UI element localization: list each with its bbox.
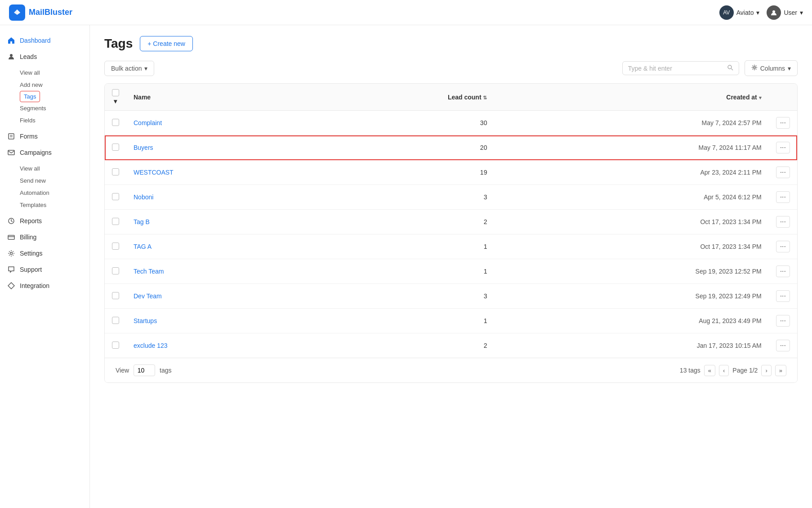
sidebar-item-dashboard[interactable]: Dashboard bbox=[0, 32, 89, 49]
row-name-cell: Tech Team bbox=[126, 259, 311, 284]
sidebar-sub-add-new[interactable]: Add new bbox=[20, 79, 89, 91]
org-switcher[interactable]: AV Aviato ▾ bbox=[719, 5, 760, 20]
columns-chevron-icon: ▾ bbox=[788, 65, 791, 72]
row-actions-button[interactable]: ··· bbox=[776, 166, 790, 178]
row-created-at: Oct 17, 2023 1:34 PM bbox=[494, 210, 768, 234]
table-row: TAG A 1 Oct 17, 2023 1:34 PM ··· bbox=[105, 234, 797, 259]
sidebar-item-billing[interactable]: Billing bbox=[0, 229, 89, 245]
row-actions-button[interactable]: ··· bbox=[776, 315, 790, 327]
sidebar-sub-view-all[interactable]: View all bbox=[20, 67, 89, 79]
th-name[interactable]: Name bbox=[126, 84, 311, 111]
sidebar-item-leads[interactable]: Leads bbox=[0, 49, 89, 65]
sidebar-sub-send-new[interactable]: Send new bbox=[20, 175, 89, 187]
row-checkbox[interactable] bbox=[112, 218, 119, 225]
row-actions-button[interactable]: ··· bbox=[776, 216, 790, 228]
row-checkbox[interactable] bbox=[112, 193, 119, 200]
sidebar: Dashboard Leads View all Add new Tags Se… bbox=[0, 25, 90, 508]
first-page-button[interactable]: « bbox=[704, 365, 715, 376]
row-created-at: Apr 23, 2024 2:11 PM bbox=[494, 160, 768, 185]
last-page-button[interactable]: » bbox=[775, 365, 786, 376]
sidebar-sub-tags[interactable]: Tags bbox=[20, 91, 40, 102]
columns-label: Columns bbox=[760, 65, 785, 72]
row-checkbox[interactable] bbox=[112, 267, 119, 274]
row-checkbox[interactable] bbox=[112, 168, 119, 175]
row-created-at: Aug 21, 2023 4:49 PM bbox=[494, 309, 768, 333]
row-actions-cell: ··· bbox=[769, 309, 797, 333]
row-lead-count: 2 bbox=[311, 333, 494, 358]
logo-icon bbox=[9, 4, 25, 21]
page-size-input[interactable] bbox=[134, 364, 155, 376]
row-checkbox[interactable] bbox=[112, 144, 119, 151]
sidebar-item-reports[interactable]: Reports bbox=[0, 213, 89, 229]
row-created-at: May 7, 2024 11:17 AM bbox=[494, 135, 768, 160]
row-checkbox[interactable] bbox=[112, 342, 119, 349]
row-actions-button[interactable]: ··· bbox=[776, 241, 790, 252]
row-checkbox[interactable] bbox=[112, 317, 119, 324]
row-lead-count: 1 bbox=[311, 259, 494, 284]
tag-name-link[interactable]: WESTCOAST bbox=[134, 169, 174, 176]
row-created-at: Apr 5, 2024 6:12 PM bbox=[494, 185, 768, 210]
row-actions-cell: ··· bbox=[769, 160, 797, 185]
tag-name-link[interactable]: exclude 123 bbox=[134, 342, 168, 349]
row-checkbox[interactable] bbox=[112, 119, 119, 126]
th-lead-count[interactable]: Lead count ⇅ bbox=[311, 84, 494, 111]
page-size-label: tags bbox=[160, 367, 171, 374]
create-new-button[interactable]: + Create new bbox=[140, 36, 193, 51]
table-row: exclude 123 2 Jan 17, 2023 10:15 AM ··· bbox=[105, 333, 797, 358]
tag-name-link[interactable]: Dev Team bbox=[134, 292, 162, 300]
bulk-action-button[interactable]: Bulk action ▾ bbox=[104, 61, 154, 76]
row-checkbox[interactable] bbox=[112, 292, 119, 299]
org-chevron-icon: ▾ bbox=[756, 9, 759, 16]
sidebar-item-integration[interactable]: Integration bbox=[0, 278, 89, 294]
sidebar-item-settings[interactable]: Settings bbox=[0, 245, 89, 261]
tag-name-link[interactable]: Complaint bbox=[134, 119, 162, 126]
row-actions-button[interactable]: ··· bbox=[776, 290, 790, 302]
sidebar-item-support[interactable]: Support bbox=[0, 261, 89, 278]
sidebar-sub-fields[interactable]: Fields bbox=[20, 114, 89, 126]
user-menu[interactable]: User ▾ bbox=[767, 5, 803, 20]
row-checkbox[interactable] bbox=[112, 243, 119, 250]
row-actions-button[interactable]: ··· bbox=[776, 191, 790, 203]
sidebar-label-reports: Reports bbox=[20, 217, 42, 225]
row-name-cell: Buyers bbox=[126, 135, 311, 160]
chart-icon bbox=[7, 217, 15, 225]
sidebar-sub-campaigns-view-all[interactable]: View all bbox=[20, 162, 89, 175]
next-page-button[interactable]: › bbox=[761, 365, 771, 376]
row-actions-cell: ··· bbox=[769, 234, 797, 259]
sidebar-item-forms[interactable]: Forms bbox=[0, 128, 89, 144]
tag-name-link[interactable]: Tag B bbox=[134, 218, 150, 225]
row-checkbox-cell bbox=[105, 135, 126, 160]
billing-icon bbox=[7, 233, 15, 241]
row-checkbox-cell bbox=[105, 185, 126, 210]
sidebar-sub-templates[interactable]: Templates bbox=[20, 199, 89, 211]
row-actions-button[interactable]: ··· bbox=[776, 142, 790, 153]
row-actions-button[interactable]: ··· bbox=[776, 340, 790, 351]
svg-rect-7 bbox=[8, 235, 14, 239]
tag-name-link[interactable]: Buyers bbox=[134, 144, 153, 151]
row-actions-button[interactable]: ··· bbox=[776, 265, 790, 277]
tag-name-link[interactable]: TAG A bbox=[134, 243, 152, 250]
row-actions-button[interactable]: ··· bbox=[776, 117, 790, 129]
lead-count-sort-icon: ⇅ bbox=[483, 95, 487, 100]
row-lead-count: 3 bbox=[311, 284, 494, 309]
header-chevron-icon[interactable]: ▾ bbox=[114, 98, 117, 105]
row-name-cell: WESTCOAST bbox=[126, 160, 311, 185]
search-input[interactable] bbox=[628, 65, 723, 72]
sidebar-sub-automation[interactable]: Automation bbox=[20, 187, 89, 199]
org-avatar: AV bbox=[719, 5, 734, 20]
tag-name-link[interactable]: Noboni bbox=[134, 193, 153, 201]
sidebar-item-campaigns[interactable]: Campaigns bbox=[0, 144, 89, 161]
prev-page-button[interactable]: ‹ bbox=[719, 365, 729, 376]
row-name-cell: TAG A bbox=[126, 234, 311, 259]
tag-name-link[interactable]: Tech Team bbox=[134, 268, 164, 275]
search-box[interactable] bbox=[622, 61, 739, 75]
row-lead-count: 1 bbox=[311, 234, 494, 259]
columns-button[interactable]: Columns ▾ bbox=[745, 60, 798, 76]
tag-name-link[interactable]: Startups bbox=[134, 317, 157, 324]
view-label: View bbox=[116, 367, 129, 374]
table-body: Complaint 30 May 7, 2024 2:57 PM ··· Buy… bbox=[105, 111, 797, 358]
th-created-at[interactable]: Created at ▾ bbox=[494, 84, 768, 111]
main-content: Tags + Create new Bulk action ▾ bbox=[90, 25, 812, 508]
sidebar-sub-segments[interactable]: Segments bbox=[20, 102, 89, 114]
select-all-checkbox[interactable] bbox=[112, 89, 119, 96]
